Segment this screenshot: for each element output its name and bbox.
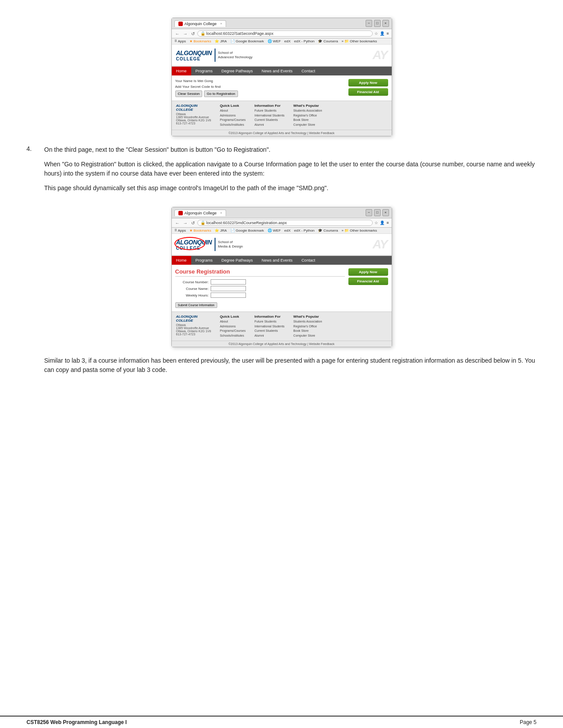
- browser-controls-2: − □ ×: [366, 209, 389, 216]
- footer-current-1[interactable]: Current Students: [254, 118, 284, 123]
- browser-window-2: Algonquin College × − □ × ← → ↺ 🔒 localh…: [171, 207, 392, 347]
- form-label-number: Course Number:: [175, 280, 211, 284]
- close-btn-2[interactable]: ×: [382, 209, 389, 216]
- bookmark-google-2[interactable]: 📄 Google Bookmark: [230, 229, 264, 233]
- bookmark-coursera-1[interactable]: 🎓 Coursera: [318, 39, 338, 43]
- footer-registrar-1[interactable]: Registrar's Office: [293, 113, 322, 118]
- footer-schools-2[interactable]: Schools/Institutes: [220, 334, 246, 338]
- footer-inffor-title-2: Information For: [254, 315, 284, 319]
- nav-programs-1[interactable]: Programs: [191, 67, 217, 75]
- footer-bookstore-2[interactable]: Book Store: [293, 329, 322, 334]
- bookmark-jra-2[interactable]: ⭐ JRA: [215, 229, 227, 233]
- footer-schools-1[interactable]: Schools/Institutes: [220, 123, 246, 128]
- bookmark-star-2[interactable]: ☆: [374, 221, 378, 225]
- nav-pathways-2[interactable]: Degree Pathways: [217, 256, 257, 265]
- financial-aid-btn-2[interactable]: Financial Aid: [348, 278, 388, 285]
- nav-contact-1[interactable]: Contact: [297, 67, 320, 75]
- minimize-btn-1[interactable]: −: [366, 20, 372, 27]
- nav-contact-2[interactable]: Contact: [297, 256, 320, 265]
- maximize-btn-1[interactable]: □: [374, 20, 381, 27]
- bookmark-jra-1[interactable]: ⭐ JRA: [215, 39, 227, 43]
- footer-about-1[interactable]: About: [220, 109, 246, 113]
- nav-home-2[interactable]: Home: [172, 256, 191, 265]
- footer-programs-1[interactable]: Programs/Courses: [220, 118, 246, 123]
- financial-aid-btn-1[interactable]: Financial Aid: [348, 88, 388, 96]
- footer-alumni-1[interactable]: Alumni: [254, 123, 284, 128]
- text-below-browser2: Similar to lab 3, if a course informatio…: [26, 356, 537, 375]
- nav-news-1[interactable]: News and Events: [257, 67, 297, 75]
- refresh-btn-1[interactable]: ↺: [190, 31, 196, 36]
- back-btn-1[interactable]: ←: [174, 31, 181, 36]
- clear-session-btn-1[interactable]: Clear Session: [175, 90, 203, 97]
- footer-about-2[interactable]: About: [220, 319, 246, 324]
- footer-assoc-1[interactable]: Students Association: [293, 109, 322, 113]
- footer-computer-2[interactable]: Computer Store: [293, 334, 322, 338]
- footer-computer-1[interactable]: Computer Store: [293, 123, 322, 128]
- footer-registrar-2[interactable]: Registrar's Office: [293, 324, 322, 329]
- apply-now-btn-1[interactable]: Apply Now: [348, 79, 388, 86]
- footer-intl-2[interactable]: International Students: [254, 324, 284, 329]
- browser-tab-2[interactable]: Algonquin College ×: [174, 210, 227, 216]
- bookmark-edxpy-2[interactable]: edX - Python: [294, 229, 314, 233]
- bookmark-edxpy-1[interactable]: edX - Python: [294, 39, 314, 43]
- browser-tab-1[interactable]: Algonquin College ×: [174, 20, 227, 27]
- maximize-btn-2[interactable]: □: [374, 209, 381, 216]
- bookmark-wef-1[interactable]: 🌐 WEF: [268, 39, 281, 43]
- bookmark-wef-2[interactable]: 🌐 WEF: [268, 229, 281, 233]
- course-number-input[interactable]: [211, 279, 246, 285]
- tab-close-1[interactable]: ×: [220, 22, 223, 26]
- footer-current-2[interactable]: Current Students: [254, 329, 284, 334]
- bookmark-apps-1[interactable]: ⠿ Apps: [174, 39, 186, 43]
- nav-programs-2[interactable]: Programs: [191, 256, 217, 265]
- bookmark-coursera-2[interactable]: 🎓 Coursera: [318, 229, 338, 233]
- menu-icon-2[interactable]: ≡: [386, 221, 389, 225]
- course-hours-input[interactable]: [211, 293, 246, 298]
- logo-algonquin-1: ALGONQUIN: [176, 49, 212, 56]
- bookmark-star-1[interactable]: ☆: [374, 31, 378, 36]
- footer-bookstore-1[interactable]: Book Store: [293, 118, 322, 123]
- bookmark-edx-2[interactable]: edX: [284, 229, 291, 233]
- form-row-hours: Weekly Hours:: [175, 293, 345, 298]
- item-text-4-2: When "Go to Registration" button is clic…: [44, 160, 537, 178]
- refresh-btn-2[interactable]: ↺: [190, 221, 196, 225]
- page-container: Algonquin College × − □ × ← → ↺ 🔒 localh…: [0, 0, 563, 428]
- address-bar-2[interactable]: 🔒 localhost:60322/SmdCourseRegistration.…: [197, 220, 373, 226]
- footer-future-1[interactable]: Future Students: [254, 109, 284, 113]
- footer-programs-2[interactable]: Programs/Courses: [220, 329, 246, 334]
- bookmark-bookmarks-1[interactable]: ★ Bookmarks: [189, 39, 211, 43]
- forward-btn-2[interactable]: →: [182, 221, 189, 225]
- numbered-item-4: 4. On the third page, next to the "Clear…: [26, 145, 537, 198]
- bookmark-edx-1[interactable]: edX: [284, 39, 291, 43]
- bookmark-bookmarks-2[interactable]: ★ Bookmarks: [189, 229, 211, 233]
- bookmark-other-1[interactable]: » 📁 Other bookmarks: [341, 39, 377, 43]
- back-btn-2[interactable]: ←: [174, 221, 181, 225]
- nav-news-2[interactable]: News and Events: [257, 256, 297, 265]
- footer-future-2[interactable]: Future Students: [254, 319, 284, 324]
- tab-close-2[interactable]: ×: [220, 211, 223, 215]
- course-name-input[interactable]: [211, 286, 246, 291]
- footer-inffor-title-1: Information For: [254, 104, 284, 108]
- footer-inffor-1: Information For Future Students Internat…: [254, 104, 284, 127]
- bookmark-other-2[interactable]: » 📁 Other bookmarks: [341, 229, 377, 233]
- bookmark-google-1[interactable]: 📄 Google Bookmark: [230, 39, 264, 43]
- footer-admissions-2[interactable]: Admissions: [220, 324, 246, 329]
- apply-now-btn-2[interactable]: Apply Now: [348, 268, 388, 276]
- footer-intl-1[interactable]: International Students: [254, 113, 284, 118]
- go-to-reg-btn-1[interactable]: Go to Registration: [204, 90, 238, 97]
- site-header-2: ALGONQUIN COLLEGE School ofMedia & Desig…: [172, 234, 392, 256]
- submit-course-btn[interactable]: Submit Course Information: [175, 302, 217, 308]
- nav-pathways-1[interactable]: Degree Pathways: [217, 67, 257, 75]
- footer-popular-title-2: What's Popular: [293, 315, 322, 319]
- menu-icon-1[interactable]: ≡: [386, 31, 389, 36]
- footer-admissions-1[interactable]: Admissions: [220, 113, 246, 118]
- address-bar-1[interactable]: 🔒 localhost:60322/SatSecondPage.aspx: [197, 30, 373, 37]
- user-code-1: Add Your Secret Code to find: [175, 85, 345, 89]
- footer-assoc-2[interactable]: Students Association: [293, 319, 322, 324]
- forward-btn-1[interactable]: →: [182, 31, 189, 36]
- nav-home-1[interactable]: Home: [172, 67, 191, 75]
- page-footer: CST8256 Web Programming Language I Page …: [0, 716, 563, 728]
- footer-alumni-2[interactable]: Alumni: [254, 334, 284, 338]
- close-btn-1[interactable]: ×: [382, 20, 389, 27]
- bookmark-apps-2[interactable]: ⠿ Apps: [174, 229, 186, 233]
- minimize-btn-2[interactable]: −: [366, 209, 372, 216]
